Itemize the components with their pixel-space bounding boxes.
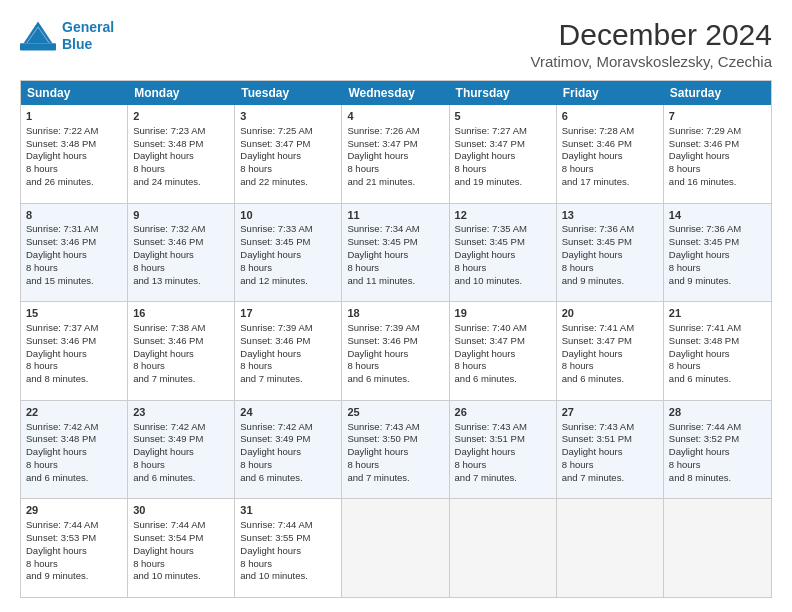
header: General Blue December 2024 Vratimov, Mor… (20, 18, 772, 70)
table-row: 20Sunrise: 7:41 AM Sunset: 3:47 PM Dayli… (557, 302, 664, 400)
logo: General Blue (20, 18, 114, 54)
day-info: Sunrise: 7:27 AM Sunset: 3:47 PM Dayligh… (455, 125, 527, 187)
day-info: Sunrise: 7:36 AM Sunset: 3:45 PM Dayligh… (562, 223, 634, 285)
table-row: 30Sunrise: 7:44 AM Sunset: 3:54 PM Dayli… (128, 499, 235, 597)
day-number: 2 (133, 109, 229, 124)
day-info: Sunrise: 7:23 AM Sunset: 3:48 PM Dayligh… (133, 125, 205, 187)
calendar-body: 1Sunrise: 7:22 AM Sunset: 3:48 PM Daylig… (21, 105, 771, 597)
table-row: 1Sunrise: 7:22 AM Sunset: 3:48 PM Daylig… (21, 105, 128, 203)
logo-line2: Blue (62, 36, 92, 52)
day-info: Sunrise: 7:22 AM Sunset: 3:48 PM Dayligh… (26, 125, 98, 187)
day-info: Sunrise: 7:39 AM Sunset: 3:46 PM Dayligh… (347, 322, 419, 384)
day-info: Sunrise: 7:37 AM Sunset: 3:46 PM Dayligh… (26, 322, 98, 384)
logo-icon (20, 18, 56, 54)
table-row: 4Sunrise: 7:26 AM Sunset: 3:47 PM Daylig… (342, 105, 449, 203)
table-row: 14Sunrise: 7:36 AM Sunset: 3:45 PM Dayli… (664, 204, 771, 302)
day-info: Sunrise: 7:42 AM Sunset: 3:49 PM Dayligh… (240, 421, 312, 483)
table-row: 8Sunrise: 7:31 AM Sunset: 3:46 PM Daylig… (21, 204, 128, 302)
day-number: 31 (240, 503, 336, 518)
day-info: Sunrise: 7:43 AM Sunset: 3:50 PM Dayligh… (347, 421, 419, 483)
day-number: 10 (240, 208, 336, 223)
day-number: 6 (562, 109, 658, 124)
day-number: 11 (347, 208, 443, 223)
table-row: 28Sunrise: 7:44 AM Sunset: 3:52 PM Dayli… (664, 401, 771, 499)
subtitle: Vratimov, Moravskoslezsky, Czechia (531, 53, 772, 70)
calendar: Sunday Monday Tuesday Wednesday Thursday… (20, 80, 772, 598)
day-info: Sunrise: 7:29 AM Sunset: 3:46 PM Dayligh… (669, 125, 741, 187)
day-info: Sunrise: 7:31 AM Sunset: 3:46 PM Dayligh… (26, 223, 98, 285)
main-title: December 2024 (531, 18, 772, 51)
day-info: Sunrise: 7:44 AM Sunset: 3:55 PM Dayligh… (240, 519, 312, 581)
col-friday: Friday (557, 81, 664, 105)
day-number: 20 (562, 306, 658, 321)
day-info: Sunrise: 7:38 AM Sunset: 3:46 PM Dayligh… (133, 322, 205, 384)
day-number: 17 (240, 306, 336, 321)
table-row: 5Sunrise: 7:27 AM Sunset: 3:47 PM Daylig… (450, 105, 557, 203)
table-row: 9Sunrise: 7:32 AM Sunset: 3:46 PM Daylig… (128, 204, 235, 302)
logo-line1: General (62, 19, 114, 35)
day-number: 5 (455, 109, 551, 124)
table-row: 23Sunrise: 7:42 AM Sunset: 3:49 PM Dayli… (128, 401, 235, 499)
table-row (664, 499, 771, 597)
day-info: Sunrise: 7:44 AM Sunset: 3:52 PM Dayligh… (669, 421, 741, 483)
svg-rect-2 (20, 43, 56, 50)
day-info: Sunrise: 7:39 AM Sunset: 3:46 PM Dayligh… (240, 322, 312, 384)
table-row: 6Sunrise: 7:28 AM Sunset: 3:46 PM Daylig… (557, 105, 664, 203)
table-row: 12Sunrise: 7:35 AM Sunset: 3:45 PM Dayli… (450, 204, 557, 302)
calendar-week-1: 1Sunrise: 7:22 AM Sunset: 3:48 PM Daylig… (21, 105, 771, 204)
day-info: Sunrise: 7:26 AM Sunset: 3:47 PM Dayligh… (347, 125, 419, 187)
day-info: Sunrise: 7:33 AM Sunset: 3:45 PM Dayligh… (240, 223, 312, 285)
table-row (342, 499, 449, 597)
table-row (450, 499, 557, 597)
col-saturday: Saturday (664, 81, 771, 105)
day-info: Sunrise: 7:42 AM Sunset: 3:49 PM Dayligh… (133, 421, 205, 483)
day-info: Sunrise: 7:40 AM Sunset: 3:47 PM Dayligh… (455, 322, 527, 384)
table-row: 22Sunrise: 7:42 AM Sunset: 3:48 PM Dayli… (21, 401, 128, 499)
table-row: 16Sunrise: 7:38 AM Sunset: 3:46 PM Dayli… (128, 302, 235, 400)
calendar-week-4: 22Sunrise: 7:42 AM Sunset: 3:48 PM Dayli… (21, 401, 771, 500)
table-row: 3Sunrise: 7:25 AM Sunset: 3:47 PM Daylig… (235, 105, 342, 203)
col-tuesday: Tuesday (235, 81, 342, 105)
day-info: Sunrise: 7:36 AM Sunset: 3:45 PM Dayligh… (669, 223, 741, 285)
day-info: Sunrise: 7:25 AM Sunset: 3:47 PM Dayligh… (240, 125, 312, 187)
col-wednesday: Wednesday (342, 81, 449, 105)
day-number: 14 (669, 208, 766, 223)
day-number: 25 (347, 405, 443, 420)
logo-text: General Blue (62, 19, 114, 53)
table-row: 21Sunrise: 7:41 AM Sunset: 3:48 PM Dayli… (664, 302, 771, 400)
col-thursday: Thursday (450, 81, 557, 105)
day-number: 18 (347, 306, 443, 321)
calendar-week-2: 8Sunrise: 7:31 AM Sunset: 3:46 PM Daylig… (21, 204, 771, 303)
day-number: 9 (133, 208, 229, 223)
table-row: 2Sunrise: 7:23 AM Sunset: 3:48 PM Daylig… (128, 105, 235, 203)
day-number: 16 (133, 306, 229, 321)
day-info: Sunrise: 7:32 AM Sunset: 3:46 PM Dayligh… (133, 223, 205, 285)
day-number: 27 (562, 405, 658, 420)
table-row: 10Sunrise: 7:33 AM Sunset: 3:45 PM Dayli… (235, 204, 342, 302)
day-number: 24 (240, 405, 336, 420)
day-number: 15 (26, 306, 122, 321)
day-number: 1 (26, 109, 122, 124)
table-row: 13Sunrise: 7:36 AM Sunset: 3:45 PM Dayli… (557, 204, 664, 302)
day-info: Sunrise: 7:35 AM Sunset: 3:45 PM Dayligh… (455, 223, 527, 285)
table-row: 15Sunrise: 7:37 AM Sunset: 3:46 PM Dayli… (21, 302, 128, 400)
table-row: 19Sunrise: 7:40 AM Sunset: 3:47 PM Dayli… (450, 302, 557, 400)
table-row: 11Sunrise: 7:34 AM Sunset: 3:45 PM Dayli… (342, 204, 449, 302)
day-number: 22 (26, 405, 122, 420)
table-row: 27Sunrise: 7:43 AM Sunset: 3:51 PM Dayli… (557, 401, 664, 499)
day-info: Sunrise: 7:43 AM Sunset: 3:51 PM Dayligh… (562, 421, 634, 483)
day-number: 3 (240, 109, 336, 124)
day-number: 29 (26, 503, 122, 518)
day-info: Sunrise: 7:44 AM Sunset: 3:54 PM Dayligh… (133, 519, 205, 581)
day-info: Sunrise: 7:43 AM Sunset: 3:51 PM Dayligh… (455, 421, 527, 483)
calendar-week-5: 29Sunrise: 7:44 AM Sunset: 3:53 PM Dayli… (21, 499, 771, 597)
col-monday: Monday (128, 81, 235, 105)
day-info: Sunrise: 7:41 AM Sunset: 3:47 PM Dayligh… (562, 322, 634, 384)
day-info: Sunrise: 7:44 AM Sunset: 3:53 PM Dayligh… (26, 519, 98, 581)
table-row: 25Sunrise: 7:43 AM Sunset: 3:50 PM Dayli… (342, 401, 449, 499)
day-info: Sunrise: 7:42 AM Sunset: 3:48 PM Dayligh… (26, 421, 98, 483)
day-number: 12 (455, 208, 551, 223)
table-row: 24Sunrise: 7:42 AM Sunset: 3:49 PM Dayli… (235, 401, 342, 499)
table-row: 31Sunrise: 7:44 AM Sunset: 3:55 PM Dayli… (235, 499, 342, 597)
day-info: Sunrise: 7:41 AM Sunset: 3:48 PM Dayligh… (669, 322, 741, 384)
